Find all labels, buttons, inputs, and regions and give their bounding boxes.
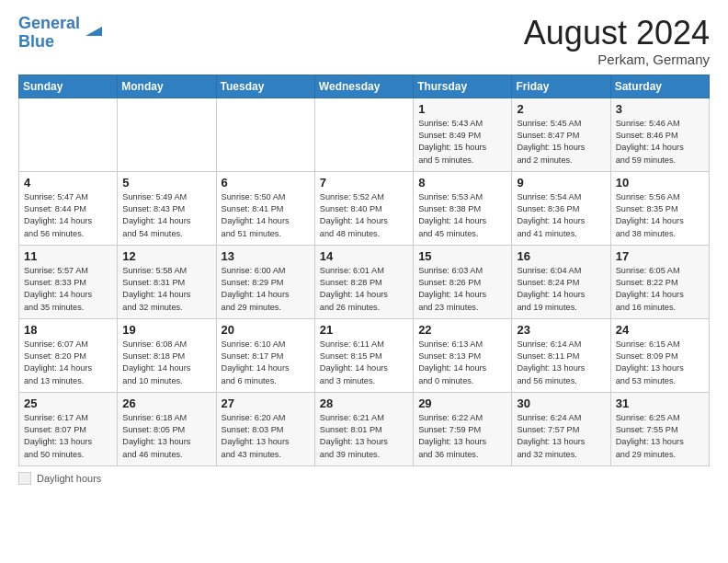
day-info: Sunrise: 6:17 AM Sunset: 8:07 PM Dayligh…	[24, 412, 112, 461]
day-header-friday: Friday	[512, 75, 610, 98]
day-cell	[118, 98, 216, 171]
day-cell: 8Sunrise: 5:53 AM Sunset: 8:38 PM Daylig…	[414, 171, 512, 245]
logo-text: General Blue	[18, 15, 80, 52]
day-cell: 13Sunrise: 6:00 AM Sunset: 8:29 PM Dayli…	[216, 245, 314, 318]
day-cell: 5Sunrise: 5:49 AM Sunset: 8:43 PM Daylig…	[118, 171, 216, 245]
day-number: 8	[418, 176, 506, 190]
day-number: 13	[222, 249, 310, 263]
day-number: 24	[616, 323, 704, 337]
day-number: 17	[616, 249, 704, 263]
legend-box	[18, 472, 31, 485]
logo-blue: Blue	[18, 32, 54, 51]
day-cell: 22Sunrise: 6:13 AM Sunset: 8:13 PM Dayli…	[414, 318, 512, 392]
day-info: Sunrise: 6:11 AM Sunset: 8:15 PM Dayligh…	[320, 339, 408, 387]
day-cell: 16Sunrise: 6:04 AM Sunset: 8:24 PM Dayli…	[512, 245, 610, 318]
day-number: 10	[616, 176, 704, 190]
day-number: 6	[222, 176, 310, 190]
day-number: 9	[517, 176, 605, 190]
day-number: 20	[222, 323, 310, 337]
day-info: Sunrise: 6:00 AM Sunset: 8:29 PM Dayligh…	[222, 265, 310, 314]
day-info: Sunrise: 5:45 AM Sunset: 8:47 PM Dayligh…	[517, 118, 605, 167]
header-row: General Blue August 2024 Perkam, Germany	[18, 15, 710, 67]
day-cell: 19Sunrise: 6:08 AM Sunset: 8:18 PM Dayli…	[118, 318, 216, 392]
day-cell: 1Sunrise: 5:43 AM Sunset: 8:49 PM Daylig…	[414, 98, 512, 171]
day-cell	[314, 98, 413, 171]
day-info: Sunrise: 6:18 AM Sunset: 8:05 PM Dayligh…	[122, 412, 210, 461]
day-info: Sunrise: 6:01 AM Sunset: 8:28 PM Dayligh…	[320, 265, 408, 314]
day-number: 19	[122, 323, 210, 337]
day-cell: 26Sunrise: 6:18 AM Sunset: 8:05 PM Dayli…	[118, 392, 216, 465]
day-number: 1	[418, 102, 506, 116]
day-number: 31	[616, 396, 704, 410]
logo: General Blue	[18, 15, 102, 52]
day-number: 14	[320, 249, 408, 263]
day-cell: 4Sunrise: 5:47 AM Sunset: 8:44 PM Daylig…	[19, 171, 118, 245]
week-row-4: 18Sunrise: 6:07 AM Sunset: 8:20 PM Dayli…	[19, 318, 710, 392]
day-cell: 24Sunrise: 6:15 AM Sunset: 8:09 PM Dayli…	[610, 318, 709, 392]
day-number: 30	[517, 396, 605, 410]
location-subtitle: Perkam, Germany	[524, 52, 710, 67]
day-cell	[216, 98, 314, 171]
day-cell: 25Sunrise: 6:17 AM Sunset: 8:07 PM Dayli…	[19, 392, 118, 465]
day-info: Sunrise: 6:14 AM Sunset: 8:11 PM Dayligh…	[517, 339, 605, 387]
day-cell: 10Sunrise: 5:56 AM Sunset: 8:35 PM Dayli…	[610, 171, 709, 245]
week-row-5: 25Sunrise: 6:17 AM Sunset: 8:07 PM Dayli…	[19, 392, 710, 465]
day-header-tuesday: Tuesday	[216, 75, 314, 98]
day-number: 29	[418, 396, 506, 410]
week-row-2: 4Sunrise: 5:47 AM Sunset: 8:44 PM Daylig…	[19, 171, 710, 245]
calendar-body: 1Sunrise: 5:43 AM Sunset: 8:49 PM Daylig…	[19, 98, 710, 465]
day-header-sunday: Sunday	[19, 75, 118, 98]
day-info: Sunrise: 6:22 AM Sunset: 7:59 PM Dayligh…	[418, 412, 506, 461]
day-info: Sunrise: 5:58 AM Sunset: 8:31 PM Dayligh…	[122, 265, 210, 314]
day-header-saturday: Saturday	[610, 75, 709, 98]
day-info: Sunrise: 5:46 AM Sunset: 8:46 PM Dayligh…	[616, 118, 704, 167]
day-info: Sunrise: 6:15 AM Sunset: 8:09 PM Dayligh…	[616, 339, 704, 387]
day-number: 3	[616, 102, 704, 116]
day-cell: 20Sunrise: 6:10 AM Sunset: 8:17 PM Dayli…	[216, 318, 314, 392]
day-info: Sunrise: 6:04 AM Sunset: 8:24 PM Dayligh…	[517, 265, 605, 314]
day-cell: 29Sunrise: 6:22 AM Sunset: 7:59 PM Dayli…	[414, 392, 512, 465]
day-cell	[19, 98, 118, 171]
day-info: Sunrise: 6:05 AM Sunset: 8:22 PM Dayligh…	[616, 265, 704, 314]
day-info: Sunrise: 6:03 AM Sunset: 8:26 PM Dayligh…	[418, 265, 506, 314]
day-number: 12	[122, 249, 210, 263]
day-cell: 7Sunrise: 5:52 AM Sunset: 8:40 PM Daylig…	[314, 171, 413, 245]
day-number: 22	[418, 323, 506, 337]
day-info: Sunrise: 6:20 AM Sunset: 8:03 PM Dayligh…	[222, 412, 310, 461]
day-number: 16	[517, 249, 605, 263]
day-header-monday: Monday	[118, 75, 216, 98]
day-cell: 31Sunrise: 6:25 AM Sunset: 7:55 PM Dayli…	[610, 392, 709, 465]
day-cell: 15Sunrise: 6:03 AM Sunset: 8:26 PM Dayli…	[414, 245, 512, 318]
day-number: 18	[24, 323, 112, 337]
day-info: Sunrise: 5:52 AM Sunset: 8:40 PM Dayligh…	[320, 191, 408, 240]
calendar-header: SundayMondayTuesdayWednesdayThursdayFrid…	[19, 75, 710, 98]
calendar-container: General Blue August 2024 Perkam, Germany…	[0, 0, 728, 494]
month-year-title: August 2024	[524, 15, 710, 52]
day-cell: 23Sunrise: 6:14 AM Sunset: 8:11 PM Dayli…	[512, 318, 610, 392]
day-number: 7	[320, 176, 408, 190]
day-number: 27	[222, 396, 310, 410]
day-info: Sunrise: 6:10 AM Sunset: 8:17 PM Dayligh…	[222, 339, 310, 387]
day-number: 15	[418, 249, 506, 263]
day-info: Sunrise: 6:25 AM Sunset: 7:55 PM Dayligh…	[616, 412, 704, 461]
day-info: Sunrise: 6:07 AM Sunset: 8:20 PM Dayligh…	[24, 339, 112, 387]
title-block: August 2024 Perkam, Germany	[524, 15, 710, 67]
day-info: Sunrise: 5:43 AM Sunset: 8:49 PM Dayligh…	[418, 118, 506, 167]
day-cell: 30Sunrise: 6:24 AM Sunset: 7:57 PM Dayli…	[512, 392, 610, 465]
day-cell: 18Sunrise: 6:07 AM Sunset: 8:20 PM Dayli…	[19, 318, 118, 392]
calendar-footer: Daylight hours	[18, 472, 710, 485]
day-number: 2	[517, 102, 605, 116]
logo-general: General	[18, 14, 80, 32]
day-number: 25	[24, 396, 112, 410]
day-info: Sunrise: 6:08 AM Sunset: 8:18 PM Dayligh…	[122, 339, 210, 387]
day-header-thursday: Thursday	[414, 75, 512, 98]
day-cell: 14Sunrise: 6:01 AM Sunset: 8:28 PM Dayli…	[314, 245, 413, 318]
day-cell: 17Sunrise: 6:05 AM Sunset: 8:22 PM Dayli…	[610, 245, 709, 318]
day-info: Sunrise: 5:50 AM Sunset: 8:41 PM Dayligh…	[222, 191, 310, 240]
day-number: 28	[320, 396, 408, 410]
day-cell: 2Sunrise: 5:45 AM Sunset: 8:47 PM Daylig…	[512, 98, 610, 171]
day-number: 23	[517, 323, 605, 337]
day-info: Sunrise: 5:54 AM Sunset: 8:36 PM Dayligh…	[517, 191, 605, 240]
week-row-1: 1Sunrise: 5:43 AM Sunset: 8:49 PM Daylig…	[19, 98, 710, 171]
calendar-table: SundayMondayTuesdayWednesdayThursdayFrid…	[18, 75, 710, 466]
